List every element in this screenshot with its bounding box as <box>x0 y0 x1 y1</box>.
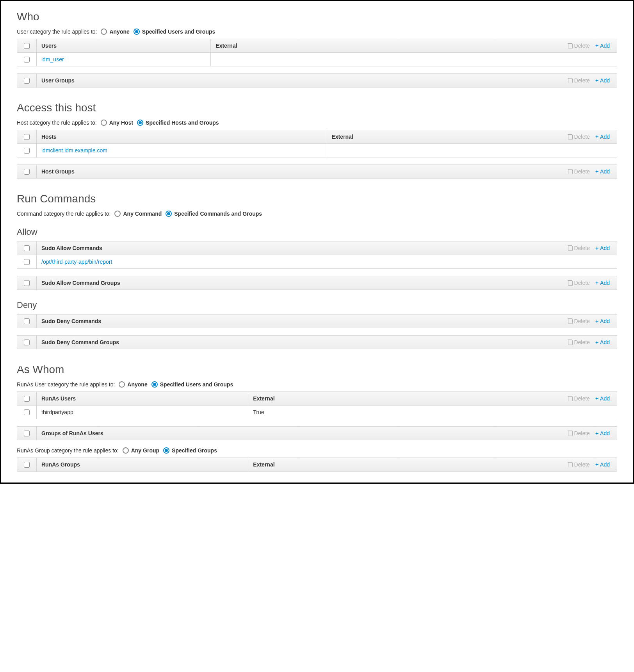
checkbox-header[interactable] <box>17 130 37 143</box>
row-checkbox[interactable] <box>17 144 37 157</box>
add-button[interactable]: +Add <box>595 318 610 324</box>
checkbox-icon <box>24 148 30 154</box>
runas-user-category-row: RunAs User category the rule applies to:… <box>17 381 617 388</box>
checkbox-icon <box>24 134 30 140</box>
col-external: External <box>253 461 274 468</box>
radio-label: Specified Commands and Groups <box>174 211 262 217</box>
col-users: Users <box>41 43 57 49</box>
checkbox-header[interactable] <box>17 458 37 471</box>
host-link[interactable]: idmclient.idm.example.com <box>41 147 107 154</box>
checkbox-header[interactable] <box>17 39 37 52</box>
runas-groups-table: RunAs Groups External Delete +Add <box>17 458 617 472</box>
who-heading: Who <box>17 11 617 23</box>
row-checkbox[interactable] <box>17 255 37 268</box>
radio-label: Specified Groups <box>172 447 217 454</box>
who-category-row: User category the rule applies to: Anyon… <box>17 29 617 35</box>
delete-button[interactable]: Delete <box>568 339 589 345</box>
radio-label: Specified Hosts and Groups <box>146 120 219 126</box>
delete-button[interactable]: Delete <box>568 245 589 251</box>
delete-button[interactable]: Delete <box>568 395 589 402</box>
radio-icon <box>166 211 172 217</box>
checkbox-header[interactable] <box>17 427 37 440</box>
radio-icon <box>114 211 121 217</box>
add-button[interactable]: +Add <box>595 430 610 436</box>
host-radio-specified[interactable]: Specified Hosts and Groups <box>137 120 219 126</box>
delete-button[interactable]: Delete <box>568 461 589 468</box>
plus-icon: + <box>595 318 598 324</box>
trash-icon <box>568 396 572 401</box>
cmd-radio-specified[interactable]: Specified Commands and Groups <box>166 211 262 217</box>
runas-group-radio-any[interactable]: Any Group <box>123 447 159 454</box>
trash-icon <box>568 340 572 345</box>
checkbox-header[interactable] <box>17 392 37 405</box>
table-header: Hosts External Delete +Add <box>17 130 617 144</box>
table-row: thirdpartyapp True <box>17 406 617 419</box>
host-radio-any[interactable]: Any Host <box>101 120 133 126</box>
allow-heading: Allow <box>17 227 617 237</box>
plus-icon: + <box>595 168 598 175</box>
add-button[interactable]: +Add <box>595 245 610 251</box>
add-button[interactable]: +Add <box>595 461 610 468</box>
add-button[interactable]: +Add <box>595 280 610 286</box>
command-link[interactable]: /opt/third-party-app/bin/report <box>41 259 112 265</box>
delete-button[interactable]: Delete <box>568 77 589 84</box>
checkbox-header[interactable] <box>17 315 37 328</box>
add-button[interactable]: +Add <box>595 168 610 175</box>
radio-label: Anyone <box>109 29 129 35</box>
checkbox-icon <box>24 280 30 286</box>
add-button[interactable]: +Add <box>595 77 610 84</box>
add-button[interactable]: +Add <box>595 339 610 345</box>
add-button[interactable]: +Add <box>595 134 610 140</box>
delete-button[interactable]: Delete <box>568 43 589 49</box>
cmd-radio-any[interactable]: Any Command <box>114 211 162 217</box>
add-button[interactable]: +Add <box>595 395 610 402</box>
who-radio-specified[interactable]: Specified Users and Groups <box>134 29 215 35</box>
col-deny-cmd-groups: Sudo Deny Command Groups <box>41 339 119 345</box>
radio-icon <box>151 381 158 388</box>
checkbox-icon <box>24 169 30 175</box>
groups-of-runas-users-table: Groups of RunAs Users Delete +Add <box>17 426 617 440</box>
sudo-allow-command-groups-table: Sudo Allow Command Groups Delete +Add <box>17 276 617 290</box>
checkbox-icon <box>24 409 30 415</box>
checkbox-header[interactable] <box>17 276 37 290</box>
radio-icon <box>134 29 140 35</box>
checkbox-icon <box>24 318 30 324</box>
section-access-host: Access this host Host category the rule … <box>17 102 617 179</box>
table-header: Sudo Allow Commands Delete +Add <box>17 241 617 255</box>
delete-button[interactable]: Delete <box>568 280 589 286</box>
table-header: RunAs Groups External Delete +Add <box>17 458 617 471</box>
user-link[interactable]: idm_user <box>41 56 64 63</box>
trash-icon <box>568 318 572 324</box>
row-checkbox[interactable] <box>17 406 37 419</box>
runas-users-table: RunAs Users External Delete +Add thirdpa… <box>17 391 617 419</box>
col-runas-groups: RunAs Groups <box>41 461 80 468</box>
delete-button[interactable]: Delete <box>568 168 589 175</box>
checkbox-header[interactable] <box>17 336 37 349</box>
col-external: External <box>215 43 237 49</box>
runas-group-radio-specified[interactable]: Specified Groups <box>163 447 217 454</box>
runas-user-radio-anyone[interactable]: Anyone <box>119 381 147 388</box>
checkbox-header[interactable] <box>17 165 37 178</box>
runas-user-radio-specified[interactable]: Specified Users and Groups <box>151 381 233 388</box>
host-category-label: Host category the rule applies to: <box>17 120 97 126</box>
delete-button[interactable]: Delete <box>568 318 589 324</box>
col-host-groups: Host Groups <box>41 168 75 175</box>
table-row: idm_user <box>17 53 617 66</box>
checkbox-header[interactable] <box>17 241 37 255</box>
checkbox-icon <box>24 431 30 436</box>
trash-icon <box>568 431 572 436</box>
radio-icon <box>163 447 169 454</box>
add-button[interactable]: +Add <box>595 43 610 49</box>
who-radio-anyone[interactable]: Anyone <box>101 29 129 35</box>
checkbox-icon <box>24 57 30 63</box>
checkbox-icon <box>24 396 30 402</box>
section-as-whom: As Whom RunAs User category the rule app… <box>17 363 617 472</box>
delete-button[interactable]: Delete <box>568 134 589 140</box>
trash-icon <box>568 43 572 48</box>
delete-button[interactable]: Delete <box>568 430 589 436</box>
col-allow-cmd-groups: Sudo Allow Command Groups <box>41 280 120 286</box>
checkbox-header[interactable] <box>17 74 37 87</box>
table-header: Users External Delete +Add <box>17 39 617 53</box>
col-user-groups: User Groups <box>41 77 75 84</box>
row-checkbox[interactable] <box>17 53 37 66</box>
